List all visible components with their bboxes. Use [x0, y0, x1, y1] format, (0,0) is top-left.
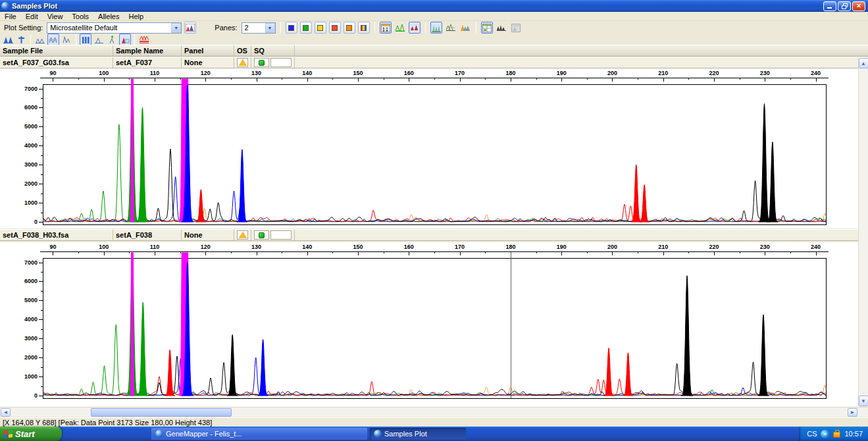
red-dye-button[interactable] [329, 22, 341, 34]
stacked-peaks-icon[interactable] [138, 34, 150, 45]
svg-text:90: 90 [49, 244, 56, 250]
column-header-sq[interactable]: SQ [251, 45, 295, 56]
scroll-up-icon[interactable]: ▲ [859, 58, 868, 68]
samples-table-header: Sample File Sample Name Panel OS SQ [0, 45, 868, 57]
green-dye-button[interactable] [300, 22, 312, 34]
electropherogram-panel-1[interactable]: 9010011012013014015016017018019020021022… [0, 68, 858, 228]
chevron-down-icon[interactable]: ▼ [171, 23, 181, 33]
menu-edit[interactable]: Edit [21, 12, 43, 21]
task-label: Samples Plot [384, 430, 427, 438]
os-cell[interactable] [234, 57, 251, 68]
scroll-left-icon[interactable]: ◄ [1, 408, 11, 417]
dye-bars-icon[interactable] [430, 22, 442, 34]
column-header-panel[interactable]: Panel [182, 45, 234, 56]
start-label: Start [15, 429, 35, 439]
menu-tools[interactable]: Tools [67, 12, 93, 21]
toolbar-main: Plot Setting: Microsatellite Default ▼ P… [0, 21, 868, 34]
sample-name-cell[interactable]: setA_F038 [113, 230, 182, 240]
overlay-peaks-icon[interactable] [445, 22, 457, 34]
svg-text:2000: 2000 [24, 180, 38, 187]
raw-bars-icon[interactable] [80, 34, 91, 45]
os-cell[interactable] [234, 230, 251, 240]
labeled-peaks-icon[interactable] [61, 34, 72, 45]
title-bar: Samples Plot ✕ [0, 0, 868, 12]
table-row[interactable]: setA_F038_H03.fsa setA_F038 None [0, 229, 868, 241]
messenger-tray-icon[interactable]: < [821, 430, 829, 438]
scroll-right-icon[interactable]: ► [848, 408, 857, 417]
svg-text:200: 200 [607, 244, 617, 250]
close-button[interactable]: ✕ [852, 1, 865, 11]
minimize-button[interactable] [823, 1, 836, 11]
red-peaks-icon[interactable] [409, 22, 421, 34]
panel-cell[interactable]: None [182, 230, 234, 240]
svg-text:110: 110 [150, 70, 160, 76]
security-lock-icon[interactable] [833, 432, 840, 438]
restore-button[interactable] [838, 1, 851, 11]
sq-pass-icon [259, 232, 265, 238]
panel-cell[interactable]: None [182, 57, 234, 68]
menu-alleles[interactable]: Alleles [93, 12, 124, 21]
chevron-down-icon[interactable]: ▼ [265, 23, 275, 33]
table-row[interactable]: setA_F037_G03.fsa setA_F037 None [0, 57, 868, 68]
svg-text:0: 0 [34, 219, 38, 225]
column-header-os[interactable]: OS [234, 45, 251, 56]
sample-file-cell[interactable]: setA_F038_H03.fsa [0, 230, 113, 240]
taskbar-task-genemapper[interactable]: GeneMapper - Felis_t... [151, 428, 367, 440]
rainbow-hills-icon[interactable] [459, 22, 471, 34]
column-header-sample-file[interactable]: Sample File [0, 45, 113, 56]
small-peaks-icon[interactable] [34, 34, 46, 45]
panes-select[interactable]: 2 ▼ [242, 22, 276, 34]
yellow-dye-button[interactable] [315, 22, 326, 34]
electropherogram-panel-2[interactable]: 9010011012013014015016017018019020021022… [0, 242, 858, 403]
reference-peak-icon[interactable] [106, 34, 118, 45]
system-tray: CS < 10:57 [799, 427, 868, 441]
panes-label: Panes: [215, 24, 237, 32]
column-header-sample-name[interactable]: Sample Name [113, 45, 182, 56]
sq-cell[interactable] [251, 230, 295, 240]
dark-peaks-icon[interactable] [496, 22, 507, 34]
menu-help[interactable]: Help [124, 12, 148, 21]
svg-text:7000: 7000 [24, 86, 38, 92]
language-indicator[interactable]: CS [807, 430, 817, 438]
vertical-scrollbar[interactable]: ▲ ▼ [858, 58, 868, 406]
svg-text:3000: 3000 [24, 161, 38, 168]
plot-windows-icon[interactable] [184, 22, 196, 34]
panes-value: 2 [242, 24, 265, 32]
svg-text:140: 140 [302, 70, 312, 76]
center-pin-icon[interactable] [15, 34, 27, 45]
green-peaks-icon[interactable] [394, 22, 406, 34]
svg-text:6000: 6000 [24, 278, 38, 284]
svg-text:200: 200 [607, 70, 617, 76]
start-button[interactable]: Start [0, 427, 62, 441]
highlight-peak-icon[interactable] [119, 34, 131, 45]
all-dyes-button[interactable] [358, 22, 370, 34]
svg-text:240: 240 [811, 244, 821, 250]
horizontal-scroll-thumb[interactable] [91, 408, 232, 417]
gray-panel-icon[interactable] [510, 22, 522, 34]
svg-text:130: 130 [251, 244, 261, 250]
horizontal-scrollbar[interactable]: ◄ ► [0, 407, 868, 417]
genotype-table-icon[interactable] [481, 22, 493, 34]
svg-text:1000: 1000 [24, 199, 38, 206]
blue-dye-button[interactable] [286, 22, 297, 34]
svg-text:130: 130 [251, 70, 261, 76]
twin-peaks-icon[interactable] [2, 34, 14, 45]
samples-grid-icon[interactable] [380, 22, 392, 34]
svg-text:170: 170 [455, 70, 465, 76]
plot-setting-select[interactable]: Microsatellite Default ▼ [47, 22, 182, 34]
svg-text:150: 150 [353, 244, 363, 250]
scroll-down-icon[interactable]: ▼ [859, 396, 868, 406]
sample-name-cell[interactable]: setA_F037 [113, 57, 182, 68]
menu-file[interactable]: File [0, 12, 21, 21]
orange-dye-button[interactable] [344, 22, 355, 34]
taskbar-task-samples-plot[interactable]: Samples Plot [370, 428, 466, 440]
clock[interactable]: 10:57 [844, 430, 863, 438]
single-peak-icon[interactable] [93, 34, 105, 45]
menu-view[interactable]: View [43, 12, 68, 21]
window-title: Samples Plot [12, 2, 57, 10]
svg-text:0: 0 [34, 392, 38, 399]
sq-cell[interactable] [251, 57, 295, 68]
boxed-peaks-icon[interactable] [47, 34, 59, 45]
sample-file-cell[interactable]: setA_F037_G03.fsa [0, 57, 113, 68]
svg-text:6000: 6000 [24, 104, 38, 111]
